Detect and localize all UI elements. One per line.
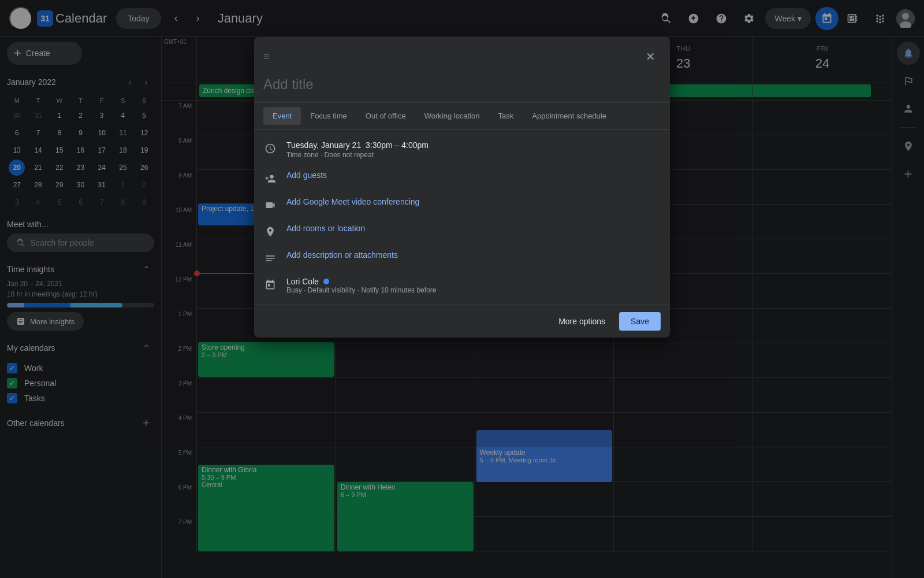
- event-dialog-overlay: ≡ ✕ Event Focus time Out of office Worki…: [0, 0, 924, 578]
- dialog-location-row[interactable]: Add rooms or location: [254, 218, 670, 244]
- dialog-add-guests[interactable]: Add guests: [286, 171, 661, 180]
- dialog-calendar-content: Lori Cole Busy · Default visibility · No…: [286, 277, 661, 294]
- tab-out-of-office[interactable]: Out of office: [356, 107, 415, 125]
- dialog-meet-row[interactable]: Add Google Meet video conferencing: [254, 191, 670, 218]
- dialog-location-content: Add rooms or location: [286, 224, 661, 233]
- tab-working-location[interactable]: Working location: [415, 107, 489, 125]
- dialog-guests-content: Add guests: [286, 171, 661, 180]
- dialog-footer: More options Save: [254, 305, 670, 338]
- dialog-guests-row[interactable]: Add guests: [254, 165, 670, 191]
- dialog-datetime-content: Tuesday, January 21 3:30pm – 4:00pm Time…: [286, 140, 661, 159]
- clock-icon: [263, 142, 277, 155]
- dialog-description-row[interactable]: Add description or attachments: [254, 244, 670, 271]
- dialog-date-time[interactable]: Tuesday, January 21 3:30pm – 4:00pm: [286, 140, 661, 150]
- calendar-owner-dot: [323, 279, 329, 284]
- event-type-tabs: Event Focus time Out of office Working l…: [254, 102, 670, 130]
- dialog-header: ≡ ✕: [254, 37, 670, 67]
- dialog-add-location[interactable]: Add rooms or location: [286, 224, 661, 233]
- meet-icon: [263, 198, 277, 212]
- description-icon: [263, 251, 277, 265]
- dialog-close-button[interactable]: ✕: [640, 46, 661, 67]
- dialog-calendar-row[interactable]: Lori Cole Busy · Default visibility · No…: [254, 271, 670, 300]
- dialog-body: Tuesday, January 21 3:30pm – 4:00pm Time…: [254, 130, 670, 305]
- save-button[interactable]: Save: [619, 312, 661, 331]
- calendar-owner-sub: Busy · Default visibility · Notify 10 mi…: [286, 286, 661, 294]
- tab-task[interactable]: Task: [489, 107, 523, 125]
- tab-event[interactable]: Event: [263, 107, 301, 125]
- dialog-datetime-row: Tuesday, January 21 3:30pm – 4:00pm Time…: [254, 135, 670, 165]
- calendar-owner-area: Lori Cole: [286, 277, 661, 286]
- tab-appointment-schedule[interactable]: Appointment schedule: [523, 107, 616, 125]
- dialog-description-content: Add description or attachments: [286, 250, 661, 260]
- dialog-time-sub: Time zone · Does not repeat: [286, 151, 661, 159]
- drag-handle-icon: ≡: [263, 51, 270, 63]
- event-dialog: ≡ ✕ Event Focus time Out of office Worki…: [254, 37, 670, 338]
- more-options-button[interactable]: More options: [549, 312, 614, 331]
- event-title-input[interactable]: [254, 67, 670, 102]
- guests-icon: [263, 172, 277, 186]
- dialog-meet-content: Add Google Meet video conferencing: [286, 197, 661, 206]
- calendar-icon: [263, 278, 277, 292]
- dialog-add-description[interactable]: Add description or attachments: [286, 250, 661, 260]
- calendar-owner-name: Lori Cole: [286, 277, 319, 286]
- location-icon: [263, 225, 277, 239]
- tab-focus-time[interactable]: Focus time: [301, 107, 356, 125]
- dialog-add-meet[interactable]: Add Google Meet video conferencing: [286, 197, 661, 206]
